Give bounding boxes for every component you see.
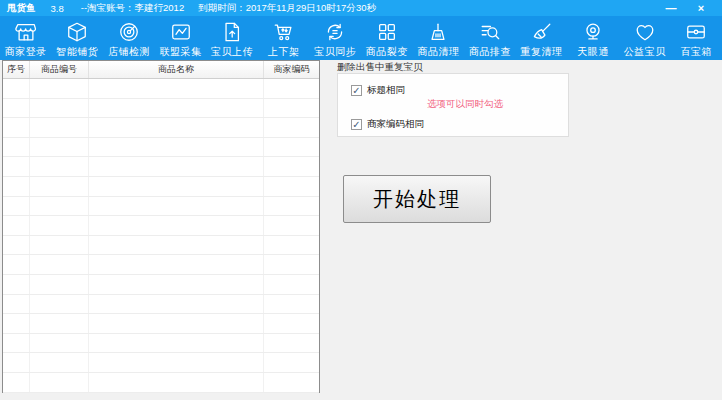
table-cell [30, 295, 89, 314]
table-row[interactable] [3, 118, 319, 138]
toolbar-item-cart[interactable]: 上下架 [258, 16, 310, 60]
toolbar-item-broom[interactable]: 商品清理 [413, 16, 465, 60]
table-cell [89, 236, 264, 255]
column-header-4[interactable]: 商家编码 [264, 61, 319, 78]
grid-icon [376, 20, 398, 44]
toolbar-item-chart-box[interactable]: 联盟采集 [155, 16, 207, 60]
table-row[interactable] [3, 197, 319, 217]
account-info: --淘宝账号：李建行2012 [81, 2, 184, 15]
table-header-row: 序号商品编号商品名称商家编码 [3, 61, 319, 79]
start-processing-button[interactable]: 开始处理 [343, 175, 491, 223]
table-row[interactable] [3, 353, 319, 373]
table-cell [30, 216, 89, 235]
table-cell [89, 295, 264, 314]
storefront-icon [15, 20, 37, 44]
table-cell [89, 118, 264, 137]
broom-icon [427, 20, 449, 44]
product-table: 序号商品编号商品名称商家编码 [2, 60, 320, 393]
table-cell [264, 334, 319, 353]
toolbar-item-storefront[interactable]: 商家登录 [0, 16, 52, 60]
table-cell [89, 314, 264, 333]
toolbar-item-heart[interactable]: 公益宝贝 [619, 16, 671, 60]
app-version: 3.8 [51, 3, 64, 14]
chart-box-icon [170, 20, 192, 44]
table-cell [89, 157, 264, 176]
table-cell [3, 314, 30, 333]
expiry-info: 到期时间：2017年11月29日10时17分30秒 [198, 2, 376, 15]
toolbar-item-label: 商品排查 [469, 45, 511, 59]
column-header-1[interactable]: 序号 [3, 61, 30, 78]
table-row[interactable] [3, 314, 319, 334]
checkbox-icon[interactable] [351, 119, 362, 130]
table-row[interactable] [3, 79, 319, 99]
toolbar-item-radar[interactable]: 店铺检测 [103, 16, 155, 60]
checkbox-same-title[interactable]: 标题相同 [351, 84, 405, 97]
toolbar-item-upload-doc[interactable]: 宝贝上传 [206, 16, 258, 60]
table-cell [30, 236, 89, 255]
brush-icon [531, 20, 553, 44]
column-header-2[interactable]: 商品编号 [30, 61, 89, 78]
table-row[interactable] [3, 177, 319, 197]
column-header-3[interactable]: 商品名称 [89, 61, 264, 78]
toolbar-item-webcam[interactable]: 天眼通 [567, 16, 619, 60]
toolbar-item-chest[interactable]: 百宝箱 [671, 16, 722, 60]
table-cell [264, 138, 319, 157]
table-row[interactable] [3, 275, 319, 295]
table-cell [89, 216, 264, 235]
webcam-icon [582, 20, 604, 44]
table-cell [3, 216, 30, 235]
table-cell [3, 138, 30, 157]
toolbar-item-sync[interactable]: 宝贝同步 [309, 16, 361, 60]
toolbar-item-label: 天眼通 [577, 45, 609, 59]
table-cell [30, 79, 89, 98]
minimize-button[interactable]: — [656, 0, 686, 16]
table-cell [264, 255, 319, 274]
table-cell [3, 99, 30, 118]
table-cell [264, 79, 319, 98]
table-cell [3, 373, 30, 392]
table-cell [264, 353, 319, 372]
toolbar-item-label: 重复清理 [521, 45, 563, 59]
duplicate-options-box: 标题相同 选项可以同时勾选 商家编码相同 [337, 73, 569, 137]
table-row[interactable] [3, 373, 319, 393]
search-list-icon [479, 20, 501, 44]
app-title: 甩货鱼 [7, 2, 36, 15]
upload-doc-icon [221, 20, 243, 44]
chest-icon [685, 20, 707, 44]
table-cell [3, 177, 30, 196]
table-cell [3, 79, 30, 98]
table-cell [30, 373, 89, 392]
toolbar-item-grid[interactable]: 商品裂变 [361, 16, 413, 60]
table-row[interactable] [3, 295, 319, 315]
toolbar-item-label: 商品裂变 [366, 45, 408, 59]
table-cell [30, 353, 89, 372]
table-cell [3, 334, 30, 353]
table-cell [264, 99, 319, 118]
checkbox-icon[interactable] [351, 85, 362, 96]
checkbox-same-merchant-code[interactable]: 商家编码相同 [351, 118, 424, 131]
table-cell [264, 177, 319, 196]
toolbar-item-brush[interactable]: 重复清理 [516, 16, 568, 60]
table-body[interactable] [3, 79, 319, 393]
checkbox-same-title-label: 标题相同 [367, 84, 405, 97]
table-row[interactable] [3, 157, 319, 177]
table-cell [89, 79, 264, 98]
table-cell [30, 138, 89, 157]
box-icon [66, 20, 88, 44]
table-cell [89, 373, 264, 392]
toolbar-item-search-list[interactable]: 商品排查 [464, 16, 516, 60]
table-row[interactable] [3, 99, 319, 119]
table-row[interactable] [3, 138, 319, 158]
toolbar-item-box[interactable]: 智能铺货 [52, 16, 104, 60]
radar-icon [118, 20, 140, 44]
table-cell [30, 334, 89, 353]
table-cell [30, 314, 89, 333]
table-row[interactable] [3, 334, 319, 354]
close-button[interactable]: × [686, 0, 716, 16]
table-row[interactable] [3, 255, 319, 275]
table-row[interactable] [3, 216, 319, 236]
table-cell [89, 99, 264, 118]
table-cell [30, 157, 89, 176]
table-row[interactable] [3, 236, 319, 256]
table-cell [264, 216, 319, 235]
